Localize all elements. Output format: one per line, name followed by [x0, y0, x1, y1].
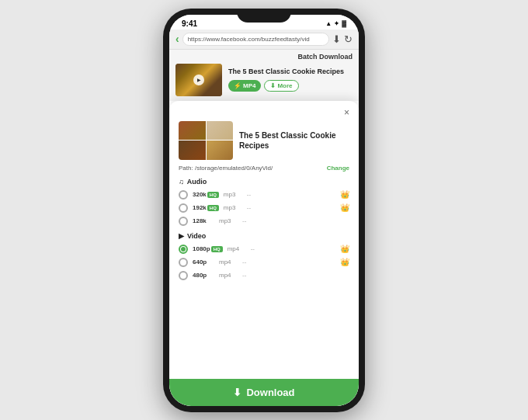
type-192k: mp3	[224, 204, 242, 211]
video-format-640p[interactable]: 640p mp4 -- 👑	[179, 256, 349, 269]
back-button[interactable]: ‹	[175, 33, 179, 45]
video-card: ▶ The 5 Best Classic Cookie Recipes ⚡ MP…	[175, 64, 353, 96]
thumb-cell-1	[179, 121, 206, 141]
quality-1080p: 1080pHQ	[193, 245, 223, 252]
type-320k: mp3	[224, 191, 242, 198]
phone-frame: 9:41 ▲ ✦ ▓ ‹ https://www.facebook.com/bu…	[163, 9, 365, 412]
radio-128k[interactable]	[179, 217, 188, 226]
dash-192k: --	[247, 204, 335, 211]
status-time: 9:41	[182, 19, 197, 28]
audio-format-128k[interactable]: 128k mp3 --	[179, 215, 349, 227]
radio-480p[interactable]	[179, 271, 188, 280]
hq-badge-320k: HQ	[207, 192, 219, 198]
phone-screen: 9:41 ▲ ✦ ▓ ‹ https://www.facebook.com/bu…	[169, 15, 359, 406]
radio-192k[interactable]	[179, 203, 188, 213]
type-128k: mp3	[219, 217, 238, 224]
radio-640p[interactable]	[179, 258, 188, 267]
dash-640p: --	[242, 259, 335, 266]
status-icons: ▲ ✦ ▓	[325, 20, 346, 27]
mp4-button[interactable]: ⚡ MP4	[228, 80, 261, 92]
thumb-cell-2	[207, 121, 234, 141]
notch	[237, 9, 291, 23]
dash-480p: --	[242, 272, 349, 279]
modal-thumbnail	[179, 121, 233, 160]
video-section-header: ▶ Video	[179, 232, 349, 240]
download-arrow-icon: ⬇	[233, 387, 241, 398]
type-1080p: mp4	[228, 245, 246, 252]
quality-128k: 128k	[193, 217, 214, 224]
hq-badge-192k: HQ	[207, 205, 219, 211]
crown-192k: 👑	[340, 203, 349, 212]
batch-label: Batch Download	[175, 53, 353, 61]
modal-video-row: The 5 Best Classic Cookie Recipes	[179, 121, 349, 160]
crown-640p: 👑	[340, 258, 349, 266]
audio-format-192k[interactable]: 192kHQ mp3 -- 👑	[179, 202, 349, 214]
video-format-480p[interactable]: 480p mp4 --	[179, 269, 349, 282]
radio-1080p[interactable]	[179, 245, 188, 254]
play-button[interactable]: ▶	[193, 75, 204, 85]
change-link[interactable]: Change	[327, 165, 349, 172]
dash-1080p: --	[251, 245, 335, 252]
thumb-cell-3	[179, 141, 206, 160]
type-480p: mp4	[219, 272, 238, 279]
refresh-icon[interactable]: ↻	[344, 33, 353, 45]
dash-128k: --	[242, 217, 349, 224]
dash-320k: --	[247, 191, 335, 198]
download-label: Download	[246, 387, 294, 398]
url-bar[interactable]: https://www.facebook.com/buzzfeedtasty/v…	[182, 33, 329, 46]
audio-section-header: ♫ Audio	[179, 178, 349, 186]
modal-sheet: × The 5 Best Classic Cookie Recipes Path…	[169, 101, 359, 406]
batch-area: Batch Download ▶ The 5 Best Classic Cook…	[169, 50, 359, 101]
quality-480p: 480p	[193, 272, 214, 279]
download-icon[interactable]: ⬇	[332, 33, 341, 45]
modal-header: ×	[179, 107, 349, 118]
battery-icon: ▓	[342, 20, 346, 27]
more-button[interactable]: ⬇ More	[264, 80, 298, 92]
video-info: The 5 Best Classic Cookie Recipes ⚡ MP4 …	[228, 68, 353, 92]
signal-icon: ▲	[325, 20, 332, 27]
video-title: The 5 Best Classic Cookie Recipes	[228, 68, 353, 77]
video-thumbnail: ▶	[175, 64, 222, 96]
hq-badge-1080p: HQ	[211, 246, 223, 252]
crown-1080p: 👑	[340, 245, 349, 253]
quality-640p: 640p	[193, 259, 214, 266]
music-icon: ♫	[179, 178, 184, 186]
quality-320k: 320kHQ	[193, 191, 219, 198]
browser-bar: ‹ https://www.facebook.com/buzzfeedtasty…	[169, 30, 359, 50]
lightning-icon: ⚡	[234, 82, 241, 89]
path-row: Path: /storage/emulated/0/AnyVid/ Change	[179, 165, 349, 172]
close-button[interactable]: ×	[344, 107, 349, 118]
audio-format-320k[interactable]: 320kHQ mp3 -- 👑	[179, 189, 349, 201]
quality-192k: 192kHQ	[193, 204, 219, 211]
download-button[interactable]: ⬇ Download	[169, 379, 359, 406]
radio-dot-1080p	[181, 247, 186, 252]
modal-video-title: The 5 Best Classic Cookie Recipes	[239, 130, 349, 151]
thumb-cell-4	[207, 141, 234, 160]
type-640p: mp4	[219, 259, 238, 266]
arrow-down-icon: ⬇	[270, 82, 276, 89]
video-icon: ▶	[179, 232, 184, 240]
radio-320k[interactable]	[179, 190, 188, 200]
crown-320k: 👑	[340, 190, 349, 199]
bluetooth-icon: ✦	[334, 20, 339, 27]
path-text: Path: /storage/emulated/0/AnyVid/	[179, 165, 273, 172]
action-buttons: ⚡ MP4 ⬇ More	[228, 80, 353, 92]
video-format-1080p[interactable]: 1080pHQ mp4 -- 👑	[179, 243, 349, 255]
